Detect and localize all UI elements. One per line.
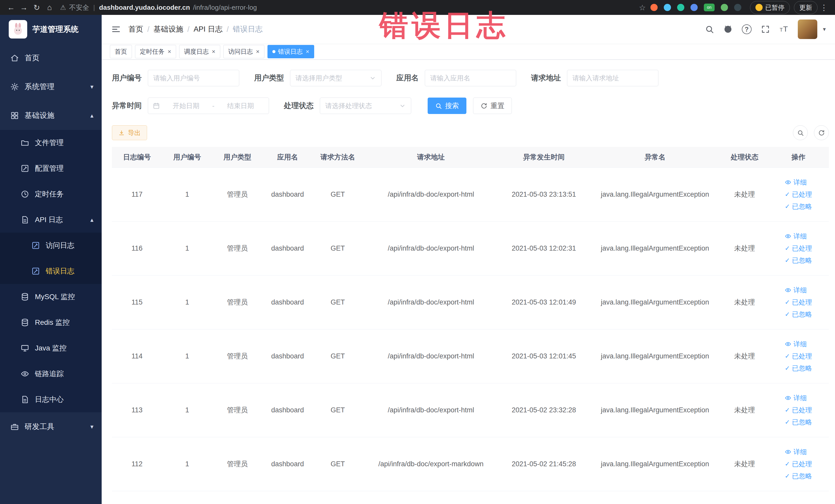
cell-exception-name: java.lang.IllegalArgumentException — [589, 167, 721, 221]
process-status-select[interactable]: 请选择处理状态 — [320, 98, 411, 114]
check-icon: ✓ — [785, 407, 790, 413]
processed-link[interactable]: ✓已处理 — [785, 298, 812, 307]
cell-request-url: /api/infra/db-doc/export-html — [363, 275, 499, 329]
extension-icon[interactable] — [664, 4, 671, 11]
extension-icon[interactable] — [721, 4, 728, 11]
ignored-link[interactable]: ✓已忽略 — [785, 310, 812, 319]
extension-icon[interactable] — [691, 4, 698, 11]
close-tab-icon[interactable]: × — [306, 48, 309, 55]
doc-icon — [21, 395, 29, 404]
annotation-overlay: 错误日志 — [380, 6, 509, 45]
home-button[interactable]: ⌂ — [43, 3, 56, 12]
paused-chip[interactable]: 已暂停 — [750, 1, 790, 14]
logo[interactable]: 芋道管理系统 — [0, 15, 102, 44]
ignored-link[interactable]: ✓已忽略 — [785, 364, 812, 373]
detail-link[interactable]: 详细 — [785, 178, 807, 187]
tab[interactable]: 首页 — [110, 45, 132, 58]
processed-link[interactable]: ✓已处理 — [785, 460, 812, 468]
fullscreen-icon[interactable] — [761, 25, 770, 34]
cell-app-name: dashboard — [263, 167, 313, 221]
folder-icon — [21, 138, 29, 147]
sidebar-item-file-management[interactable]: 文件管理 — [0, 130, 102, 156]
extension-icon[interactable] — [734, 4, 741, 11]
sidebar-item-java-monitor[interactable]: Java 监控 — [0, 335, 102, 361]
font-size-icon[interactable]: T T — [779, 25, 789, 34]
detail-link[interactable]: 详细 — [785, 286, 807, 295]
processed-link[interactable]: ✓已处理 — [785, 406, 812, 415]
extension-on-badge[interactable]: on — [704, 4, 715, 11]
request-url-input[interactable] — [567, 70, 658, 86]
caret-down-icon[interactable]: ▾ — [823, 26, 826, 33]
tab[interactable]: 访问日志× — [223, 45, 264, 58]
clock-icon — [21, 190, 29, 199]
github-icon[interactable] — [724, 25, 733, 34]
column-header: 日志编号 — [112, 147, 162, 167]
close-tab-icon[interactable]: × — [168, 48, 171, 55]
avatar[interactable] — [798, 20, 817, 39]
refresh-button[interactable] — [814, 125, 829, 140]
exception-time-range[interactable]: 开始日期 - 结束日期 — [148, 98, 269, 114]
cell-app-name: dashboard — [263, 329, 313, 383]
cell-exception-name: java.lang.IllegalArgumentException — [589, 383, 721, 437]
sidebar-item-access-logs[interactable]: 访问日志 — [0, 233, 102, 258]
sidebar-item-config-management[interactable]: 配置管理 — [0, 156, 102, 181]
sidebar-item-home[interactable]: 首页 — [0, 44, 102, 73]
gear-icon — [10, 82, 19, 91]
cell-user-id: 1 — [162, 221, 212, 275]
table-toolbar: 导出 — [112, 125, 829, 140]
sidebar-item-tracing[interactable]: 链路追踪 — [0, 361, 102, 387]
sidebar-item-system-management[interactable]: 系统管理▾ — [0, 73, 102, 101]
close-tab-icon[interactable]: × — [256, 48, 260, 55]
processed-link[interactable]: ✓已处理 — [785, 352, 812, 361]
sidebar-item-dev-tools[interactable]: 研发工具▾ — [0, 412, 102, 441]
reload-button[interactable]: ↻ — [30, 3, 43, 12]
reset-button[interactable]: 重置 — [473, 98, 512, 114]
column-header: 异常名 — [589, 147, 721, 167]
processed-link[interactable]: ✓已处理 — [785, 244, 812, 253]
sidebar-item-error-logs[interactable]: 错误日志 — [0, 258, 102, 284]
extension-icon[interactable] — [650, 4, 658, 11]
address-bar[interactable]: ⚠ 不安全 | dashboard.yudao.iocoder.cn/infra… — [60, 3, 639, 12]
ignored-link[interactable]: ✓已忽略 — [785, 202, 812, 211]
sidebar-item-log-center[interactable]: 日志中心 — [0, 387, 102, 412]
search-toggle-button[interactable] — [793, 125, 808, 140]
bookmark-star-icon[interactable]: ☆ — [639, 3, 646, 12]
breadcrumb-item[interactable]: 首页 — [128, 24, 143, 35]
breadcrumb-item[interactable]: API 日志 — [194, 24, 223, 35]
help-icon[interactable]: ? — [742, 24, 752, 34]
tab[interactable]: 错误日志× — [267, 45, 314, 58]
check-icon: ✓ — [785, 257, 790, 263]
export-button[interactable]: 导出 — [112, 125, 147, 140]
close-tab-icon[interactable]: × — [212, 48, 216, 55]
sidebar-item-scheduled-tasks[interactable]: 定时任务 — [0, 181, 102, 207]
forward-button[interactable]: → — [18, 3, 30, 12]
detail-link[interactable]: 详细 — [785, 447, 807, 457]
browser-menu-icon[interactable]: ⋮ — [817, 3, 830, 12]
ignored-link[interactable]: ✓已忽略 — [785, 418, 812, 427]
sidebar-item-api-logs[interactable]: API 日志▴ — [0, 207, 102, 233]
sidebar-item-label: 研发工具 — [25, 422, 55, 432]
search-icon — [435, 102, 442, 109]
detail-link[interactable]: 详细 — [785, 394, 807, 403]
tab[interactable]: 定时任务× — [135, 45, 176, 58]
detail-link[interactable]: 详细 — [785, 232, 807, 241]
processed-link[interactable]: ✓已处理 — [785, 190, 812, 199]
hamburger-icon[interactable] — [111, 24, 121, 35]
app-name-input[interactable] — [425, 70, 516, 86]
sidebar-item-redis-monitor[interactable]: Redis 监控 — [0, 310, 102, 335]
user-type-select[interactable]: 请选择用户类型 — [290, 70, 382, 86]
back-button[interactable]: ← — [5, 3, 18, 12]
detail-link[interactable]: 详细 — [785, 340, 807, 349]
breadcrumb-item[interactable]: 基础设施 — [154, 24, 183, 35]
tab[interactable]: 调度日志× — [179, 45, 220, 58]
user-id-input[interactable] — [148, 70, 239, 86]
sidebar-item-infrastructure[interactable]: 基础设施▴ — [0, 101, 102, 130]
search-icon[interactable] — [705, 25, 714, 34]
update-chip[interactable]: 更新 — [794, 1, 817, 14]
check-icon: ✓ — [785, 419, 790, 425]
sidebar-item-mysql-monitor[interactable]: MySQL 监控 — [0, 284, 102, 310]
ignored-link[interactable]: ✓已忽略 — [785, 256, 812, 265]
search-button[interactable]: 搜索 — [428, 98, 466, 114]
ignored-link[interactable]: ✓已忽略 — [785, 472, 812, 481]
extension-icon[interactable] — [677, 4, 684, 11]
